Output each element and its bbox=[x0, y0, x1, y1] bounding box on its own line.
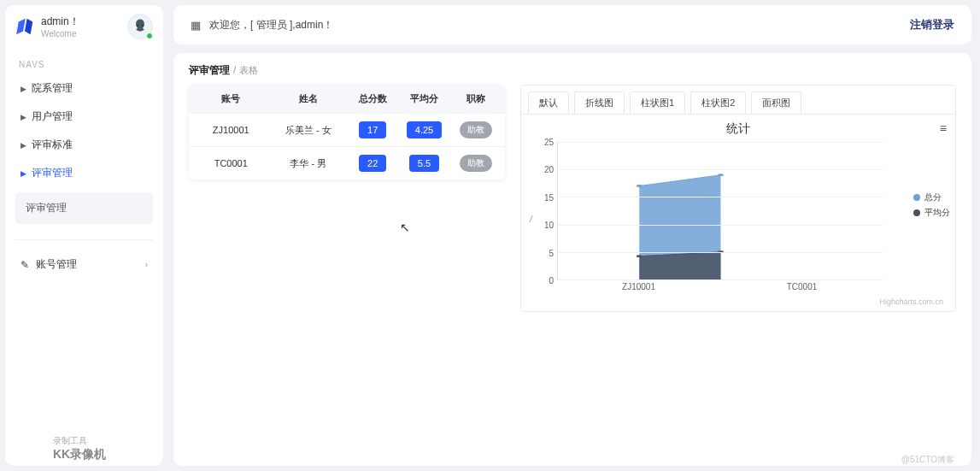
cell-id: ZJ10001 bbox=[192, 125, 270, 135]
y-axis-label: / bbox=[530, 215, 532, 224]
tab-bar2[interactable]: 柱状图2 bbox=[690, 91, 746, 115]
caret-right-icon: ▶ bbox=[21, 113, 26, 121]
total-badge: 17 bbox=[359, 121, 386, 138]
sidebar-item-dept[interactable]: ▶院系管理 bbox=[15, 74, 153, 103]
sidebar-item-criteria[interactable]: ▶评审标准 bbox=[15, 131, 153, 159]
logout-button[interactable]: 注销登录 bbox=[910, 17, 954, 32]
legend-swatch-icon bbox=[913, 209, 920, 216]
cell-id: TC0001 bbox=[192, 158, 270, 168]
chart-menu-icon[interactable]: ≡ bbox=[940, 121, 947, 135]
sidebar: admin！ Welcome NAVS ▶院系管理 ▶用户管理 ▶评审标准 ▶评… bbox=[5, 5, 163, 466]
user-block: admin！ Welcome bbox=[15, 14, 153, 39]
chart-grid bbox=[557, 142, 883, 280]
main: ▦ 欢迎您，[ 管理员 ],admin！ 注销登录 评审管理/表格 账号 姓名 … bbox=[173, 5, 971, 466]
sidebar-item-account[interactable]: ✎ 账号管理 › bbox=[15, 250, 153, 279]
sidebar-item-label: 账号管理 bbox=[36, 257, 77, 272]
legend-item[interactable]: 总分 bbox=[913, 191, 950, 203]
svg-point-2 bbox=[142, 25, 144, 26]
tab-line[interactable]: 折线图 bbox=[574, 91, 625, 115]
avatar[interactable] bbox=[127, 14, 153, 39]
title-badge: 助教 bbox=[460, 155, 492, 172]
sidebar-subitem-review[interactable]: 评审管理 bbox=[15, 192, 153, 224]
user-name: admin！ bbox=[41, 15, 120, 29]
welcome-text: 欢迎您，[ 管理员 ],admin！ bbox=[209, 18, 333, 32]
chart-plot: / 0510152025 ZJ10001TC0001 bbox=[557, 142, 883, 296]
y-axis: 0510152025 bbox=[533, 142, 554, 280]
tab-bar1[interactable]: 柱状图1 bbox=[630, 91, 685, 115]
breadcrumb-main: 评审管理 bbox=[189, 64, 230, 76]
legend-swatch-icon bbox=[913, 194, 920, 201]
recorder-watermark: 录制工具 KK录像机 bbox=[53, 435, 106, 462]
svg-point-5 bbox=[637, 255, 643, 257]
avg-badge: 4.25 bbox=[407, 121, 442, 138]
table-header-row: 账号 姓名 总分数 平均分 职称 bbox=[189, 85, 505, 113]
caret-right-icon: ▶ bbox=[21, 85, 26, 93]
col-total: 总分数 bbox=[347, 92, 398, 105]
area-chart-svg bbox=[558, 142, 883, 280]
title-badge: 助教 bbox=[460, 121, 492, 138]
col-avg: 平均分 bbox=[398, 92, 449, 105]
sidebar-item-label: 用户管理 bbox=[32, 109, 73, 124]
chart-tabs: 默认 折线图 柱状图1 柱状图2 面积图 bbox=[521, 85, 955, 114]
pencil-icon: ✎ bbox=[21, 259, 29, 271]
table-row[interactable]: TC0001 李华 - 男 22 5.5 助教 bbox=[189, 146, 505, 180]
col-title: 职称 bbox=[450, 92, 502, 105]
cell-name: 乐美兰 - 女 bbox=[270, 124, 348, 137]
caret-right-icon: ▶ bbox=[21, 169, 26, 178]
chart-title: 统计 bbox=[528, 121, 948, 137]
data-table: 账号 姓名 总分数 平均分 职称 ZJ10001 乐美兰 - 女 17 4.25… bbox=[189, 85, 505, 180]
col-name: 姓名 bbox=[270, 92, 348, 105]
chart-legend: 总分 平均分 bbox=[913, 191, 950, 222]
caret-right-icon: ▶ bbox=[21, 141, 26, 150]
chart-card: 默认 折线图 柱状图1 柱状图2 面积图 ≡ 统计 / 0510152025 bbox=[520, 85, 956, 312]
total-badge: 22 bbox=[359, 155, 386, 172]
tab-default[interactable]: 默认 bbox=[528, 91, 569, 115]
sidebar-item-label: 院系管理 bbox=[32, 81, 73, 96]
sidebar-item-label: 评审标准 bbox=[32, 138, 73, 152]
breadcrumb: 评审管理/表格 bbox=[189, 63, 956, 78]
footer-watermark: @51CTO博客 bbox=[901, 454, 954, 466]
user-role: Welcome bbox=[41, 29, 120, 38]
divider bbox=[15, 239, 153, 240]
nav-header: NAVS bbox=[19, 60, 153, 69]
chevron-right-icon: › bbox=[145, 260, 148, 269]
app-logo-icon bbox=[14, 17, 36, 36]
chart-body: ≡ 统计 / 0510152025 ZJ10001TC0001 总分 bbox=[521, 114, 955, 311]
sidebar-item-review[interactable]: ▶评审管理 bbox=[15, 159, 153, 187]
col-id: 账号 bbox=[192, 92, 270, 105]
svg-point-4 bbox=[718, 174, 724, 176]
sidebar-item-label: 评审管理 bbox=[32, 166, 73, 180]
content-panel: 评审管理/表格 账号 姓名 总分数 平均分 职称 ZJ10001 乐美兰 - 女… bbox=[173, 53, 971, 466]
tab-area[interactable]: 面积图 bbox=[751, 91, 801, 115]
header-bar: ▦ 欢迎您，[ 管理员 ],admin！ 注销登录 bbox=[173, 5, 971, 44]
table-row[interactable]: ZJ10001 乐美兰 - 女 17 4.25 助教 bbox=[189, 113, 505, 146]
avg-badge: 5.5 bbox=[409, 155, 439, 172]
x-axis: ZJ10001TC0001 bbox=[557, 282, 883, 296]
chart-credit: Highcharts.com.cn bbox=[528, 296, 948, 308]
status-dot-icon bbox=[146, 32, 153, 39]
dashboard-icon[interactable]: ▦ bbox=[191, 19, 201, 32]
legend-item[interactable]: 平均分 bbox=[913, 207, 950, 219]
svg-point-1 bbox=[137, 25, 138, 26]
sidebar-item-user[interactable]: ▶用户管理 bbox=[15, 103, 153, 131]
cell-name: 李华 - 男 bbox=[270, 157, 348, 170]
svg-point-3 bbox=[637, 185, 643, 187]
breadcrumb-sub: 表格 bbox=[239, 65, 258, 75]
